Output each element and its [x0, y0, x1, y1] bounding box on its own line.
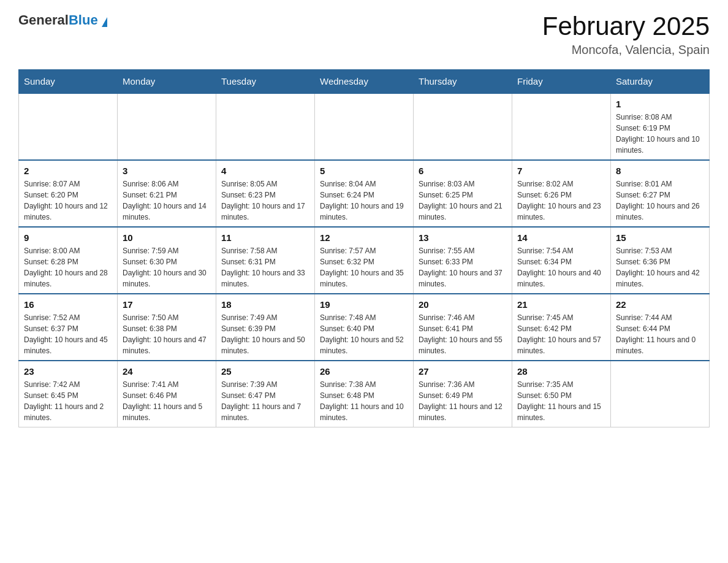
day-number: 4 — [221, 166, 309, 176]
day-info: Sunrise: 7:57 AMSunset: 6:32 PMDaylight:… — [320, 245, 408, 289]
day-number: 11 — [221, 232, 309, 243]
day-number: 12 — [320, 232, 408, 243]
calendar-cell: 9Sunrise: 8:00 AMSunset: 6:28 PMDaylight… — [19, 227, 118, 294]
day-number: 5 — [320, 166, 408, 176]
header-friday: Friday — [512, 70, 611, 94]
day-number: 18 — [221, 299, 309, 310]
day-number: 8 — [616, 166, 704, 176]
logo: GeneralBlue — [18, 12, 107, 28]
day-number: 13 — [419, 232, 507, 243]
header-sunday: Sunday — [19, 70, 118, 94]
day-number: 14 — [517, 232, 605, 243]
day-info: Sunrise: 7:49 AMSunset: 6:39 PMDaylight:… — [221, 312, 309, 356]
day-number: 28 — [517, 366, 605, 377]
calendar-cell: 8Sunrise: 8:01 AMSunset: 6:27 PMDaylight… — [611, 160, 710, 227]
header-tuesday: Tuesday — [216, 70, 315, 94]
calendar-cell: 25Sunrise: 7:39 AMSunset: 6:47 PMDayligh… — [216, 361, 315, 427]
day-number: 23 — [24, 366, 112, 377]
calendar-cell: 5Sunrise: 8:04 AMSunset: 6:24 PMDaylight… — [315, 160, 414, 227]
day-info: Sunrise: 7:59 AMSunset: 6:30 PMDaylight:… — [123, 245, 211, 289]
week-row-2: 2Sunrise: 8:07 AMSunset: 6:20 PMDaylight… — [19, 160, 710, 227]
calendar-cell: 16Sunrise: 7:52 AMSunset: 6:37 PMDayligh… — [19, 294, 118, 361]
day-number: 20 — [419, 299, 507, 310]
calendar-cell — [19, 93, 118, 160]
title-block: February 2025 Moncofa, Valencia, Spain — [542, 12, 710, 57]
calendar-cell: 4Sunrise: 8:05 AMSunset: 6:23 PMDaylight… — [216, 160, 315, 227]
day-info: Sunrise: 7:52 AMSunset: 6:37 PMDaylight:… — [24, 312, 112, 356]
header-saturday: Saturday — [611, 70, 710, 94]
calendar-cell — [414, 93, 512, 160]
calendar-cell: 17Sunrise: 7:50 AMSunset: 6:38 PMDayligh… — [118, 294, 216, 361]
day-number: 17 — [123, 299, 211, 310]
calendar-cell: 28Sunrise: 7:35 AMSunset: 6:50 PMDayligh… — [512, 361, 611, 427]
week-row-3: 9Sunrise: 8:00 AMSunset: 6:28 PMDaylight… — [19, 227, 710, 294]
weekday-header-row: Sunday Monday Tuesday Wednesday Thursday… — [19, 70, 710, 94]
calendar-cell: 26Sunrise: 7:38 AMSunset: 6:48 PMDayligh… — [315, 361, 414, 427]
week-row-5: 23Sunrise: 7:42 AMSunset: 6:45 PMDayligh… — [19, 361, 710, 427]
day-number: 22 — [616, 299, 704, 310]
day-info: Sunrise: 7:55 AMSunset: 6:33 PMDaylight:… — [419, 245, 507, 289]
day-number: 10 — [123, 232, 211, 243]
day-number: 15 — [616, 232, 704, 243]
day-info: Sunrise: 7:36 AMSunset: 6:49 PMDaylight:… — [419, 379, 507, 423]
header-monday: Monday — [118, 70, 216, 94]
week-row-4: 16Sunrise: 7:52 AMSunset: 6:37 PMDayligh… — [19, 294, 710, 361]
day-info: Sunrise: 8:08 AMSunset: 6:19 PMDaylight:… — [616, 112, 704, 156]
logo-general-text: GeneralBlue — [18, 12, 107, 28]
day-info: Sunrise: 7:35 AMSunset: 6:50 PMDaylight:… — [517, 379, 605, 423]
calendar-cell — [611, 361, 710, 427]
calendar-cell: 19Sunrise: 7:48 AMSunset: 6:40 PMDayligh… — [315, 294, 414, 361]
day-info: Sunrise: 7:54 AMSunset: 6:34 PMDaylight:… — [517, 245, 605, 289]
calendar-cell — [315, 93, 414, 160]
day-info: Sunrise: 7:46 AMSunset: 6:41 PMDaylight:… — [419, 312, 507, 356]
day-number: 25 — [221, 366, 309, 377]
calendar-cell: 13Sunrise: 7:55 AMSunset: 6:33 PMDayligh… — [414, 227, 512, 294]
day-info: Sunrise: 7:39 AMSunset: 6:47 PMDaylight:… — [221, 379, 309, 423]
week-row-1: 1Sunrise: 8:08 AMSunset: 6:19 PMDaylight… — [19, 93, 710, 160]
calendar-cell: 10Sunrise: 7:59 AMSunset: 6:30 PMDayligh… — [118, 227, 216, 294]
day-number: 3 — [123, 166, 211, 176]
day-number: 6 — [419, 166, 507, 176]
calendar-cell: 12Sunrise: 7:57 AMSunset: 6:32 PMDayligh… — [315, 227, 414, 294]
day-info: Sunrise: 7:42 AMSunset: 6:45 PMDaylight:… — [24, 379, 112, 423]
calendar-cell: 1Sunrise: 8:08 AMSunset: 6:19 PMDaylight… — [611, 93, 710, 160]
calendar-cell: 15Sunrise: 7:53 AMSunset: 6:36 PMDayligh… — [611, 227, 710, 294]
day-info: Sunrise: 8:04 AMSunset: 6:24 PMDaylight:… — [320, 178, 408, 223]
calendar-cell: 20Sunrise: 7:46 AMSunset: 6:41 PMDayligh… — [414, 294, 512, 361]
day-number: 26 — [320, 366, 408, 377]
day-number: 9 — [24, 232, 112, 243]
calendar-cell: 21Sunrise: 7:45 AMSunset: 6:42 PMDayligh… — [512, 294, 611, 361]
day-info: Sunrise: 7:44 AMSunset: 6:44 PMDaylight:… — [616, 312, 704, 356]
calendar-cell: 2Sunrise: 8:07 AMSunset: 6:20 PMDaylight… — [19, 160, 118, 227]
day-info: Sunrise: 7:58 AMSunset: 6:31 PMDaylight:… — [221, 245, 309, 289]
day-info: Sunrise: 8:05 AMSunset: 6:23 PMDaylight:… — [221, 178, 309, 223]
calendar-cell — [512, 93, 611, 160]
day-info: Sunrise: 7:50 AMSunset: 6:38 PMDaylight:… — [123, 312, 211, 356]
day-info: Sunrise: 7:53 AMSunset: 6:36 PMDaylight:… — [616, 245, 704, 289]
calendar-table: Sunday Monday Tuesday Wednesday Thursday… — [18, 69, 710, 427]
day-info: Sunrise: 7:41 AMSunset: 6:46 PMDaylight:… — [123, 379, 211, 423]
calendar-cell: 11Sunrise: 7:58 AMSunset: 6:31 PMDayligh… — [216, 227, 315, 294]
calendar-cell: 7Sunrise: 8:02 AMSunset: 6:26 PMDaylight… — [512, 160, 611, 227]
calendar-cell: 22Sunrise: 7:44 AMSunset: 6:44 PMDayligh… — [611, 294, 710, 361]
calendar-cell — [216, 93, 315, 160]
day-number: 16 — [24, 299, 112, 310]
day-info: Sunrise: 8:01 AMSunset: 6:27 PMDaylight:… — [616, 178, 704, 223]
day-info: Sunrise: 8:00 AMSunset: 6:28 PMDaylight:… — [24, 245, 112, 289]
calendar-cell: 14Sunrise: 7:54 AMSunset: 6:34 PMDayligh… — [512, 227, 611, 294]
day-number: 24 — [123, 366, 211, 377]
header-thursday: Thursday — [414, 70, 512, 94]
calendar-cell: 6Sunrise: 8:03 AMSunset: 6:25 PMDaylight… — [414, 160, 512, 227]
day-number: 7 — [517, 166, 605, 176]
day-info: Sunrise: 8:02 AMSunset: 6:26 PMDaylight:… — [517, 178, 605, 223]
day-number: 27 — [419, 366, 507, 377]
calendar-cell: 23Sunrise: 7:42 AMSunset: 6:45 PMDayligh… — [19, 361, 118, 427]
day-number: 1 — [616, 99, 704, 109]
day-info: Sunrise: 8:06 AMSunset: 6:21 PMDaylight:… — [123, 178, 211, 223]
header-wednesday: Wednesday — [315, 70, 414, 94]
day-number: 19 — [320, 299, 408, 310]
day-info: Sunrise: 8:03 AMSunset: 6:25 PMDaylight:… — [419, 178, 507, 223]
calendar-cell: 27Sunrise: 7:36 AMSunset: 6:49 PMDayligh… — [414, 361, 512, 427]
day-number: 21 — [517, 299, 605, 310]
calendar-title: February 2025 — [542, 12, 710, 40]
